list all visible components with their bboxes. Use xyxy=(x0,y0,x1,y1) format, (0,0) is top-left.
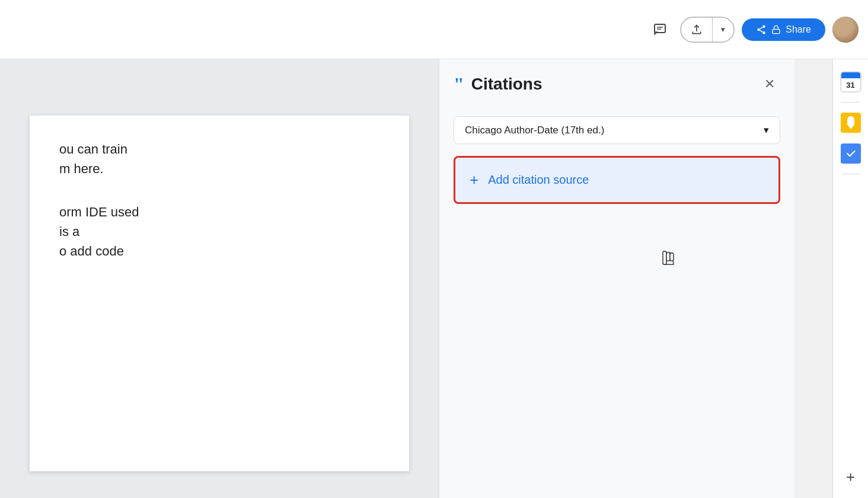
doc-line-4: is a xyxy=(59,222,379,241)
citations-sidebar: " Citations ✕ Chicago Author-Date (17th … xyxy=(439,59,794,498)
publish-main-button[interactable] xyxy=(681,19,712,40)
dropdown-arrow-icon: ▾ xyxy=(764,124,769,136)
doc-line-3: orm IDE used xyxy=(59,202,379,222)
document-page[interactable]: ou can train m here. orm IDE used is a o… xyxy=(30,116,409,471)
share-button[interactable]: Share xyxy=(742,18,825,41)
sidebar-divider-1 xyxy=(841,102,860,103)
publish-btn-group: ▾ xyxy=(680,17,735,43)
add-sidebar-button[interactable]: + xyxy=(839,465,863,489)
plus-icon: + xyxy=(846,468,855,486)
style-label: Chicago Author-Date (17th ed.) xyxy=(465,124,604,136)
add-plus-icon: + xyxy=(470,171,478,189)
chevron-down-icon: ▾ xyxy=(721,25,725,34)
svg-rect-0 xyxy=(655,24,665,33)
add-citation-source-button[interactable]: + Add citation source xyxy=(454,156,780,204)
right-sidebar: 31 + xyxy=(832,59,868,498)
svg-line-3 xyxy=(760,30,763,32)
add-citation-label: Add citation source xyxy=(488,173,589,187)
google-calendar-button[interactable]: 31 xyxy=(838,69,864,95)
avatar[interactable] xyxy=(832,17,859,43)
document-area: ou can train m here. orm IDE used is a o… xyxy=(0,59,439,498)
doc-line-2: m here. xyxy=(59,159,379,178)
style-dropdown[interactable]: Chicago Author-Date (17th ed.) ▾ xyxy=(454,116,780,144)
calendar-date: 31 xyxy=(846,81,854,90)
top-bar: ▾ Share xyxy=(0,0,868,59)
close-icon: ✕ xyxy=(764,76,775,92)
share-label: Share xyxy=(786,24,811,35)
citations-header: " Citations ✕ xyxy=(439,59,794,107)
doc-text-block: ou can train m here. orm IDE used is a o… xyxy=(59,139,379,261)
sidebar-divider-2 xyxy=(841,174,860,174)
svg-line-4 xyxy=(760,27,763,28)
citations-quote-icon: " xyxy=(454,75,464,94)
doc-line-5: o add code xyxy=(59,241,379,261)
citations-body: Chicago Author-Date (17th ed.) ▾ + Add c… xyxy=(439,107,794,213)
citations-title: Citations xyxy=(471,75,752,94)
doc-line-1: ou can train xyxy=(59,139,379,159)
citations-close-button[interactable]: ✕ xyxy=(759,74,780,95)
publish-chevron-button[interactable]: ▾ xyxy=(712,18,733,42)
comments-button[interactable] xyxy=(647,17,673,43)
google-keep-button[interactable] xyxy=(838,110,864,136)
google-tasks-button[interactable] xyxy=(838,141,864,167)
svg-rect-5 xyxy=(773,29,780,33)
